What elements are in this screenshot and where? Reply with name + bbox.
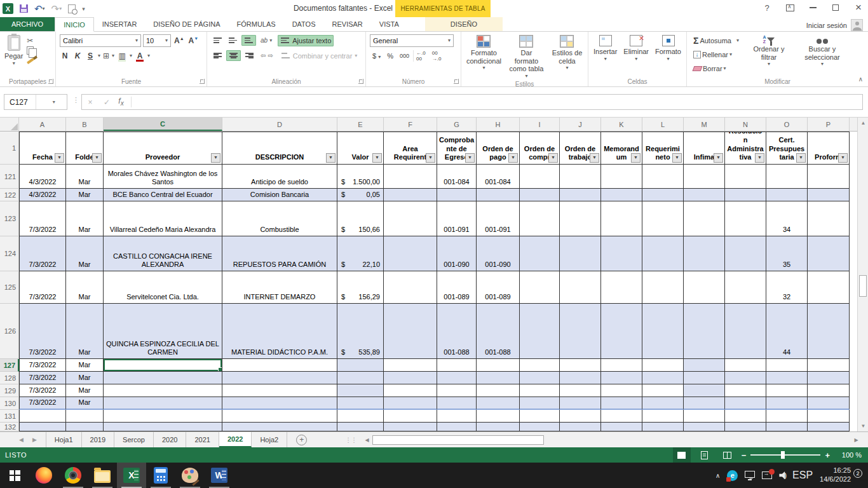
- row-header-122[interactable]: 122: [0, 189, 19, 201]
- cell-G132[interactable]: [437, 423, 477, 431]
- number-dialog-launcher-icon[interactable]: [454, 79, 459, 84]
- close-icon[interactable]: ×: [853, 2, 864, 13]
- table-header-J[interactable]: Orden de trabajo▼: [560, 132, 601, 165]
- zoom-slider-thumb[interactable]: [781, 451, 785, 459]
- cell-D132[interactable]: [222, 423, 337, 431]
- cell-B122[interactable]: Mar: [66, 189, 104, 201]
- cell-G128[interactable]: [437, 372, 477, 384]
- ribbon-tab-insertar[interactable]: INSERTAR: [94, 17, 146, 31]
- format-as-table-button[interactable]: Dar formato como tabla▾: [506, 34, 547, 80]
- zoom-percentage[interactable]: 100 %: [835, 451, 862, 459]
- filter-dropdown-icon[interactable]: ▼: [326, 153, 336, 163]
- zoom-out-icon[interactable]: −: [742, 451, 747, 460]
- cell-N132[interactable]: [725, 423, 766, 431]
- column-header-G[interactable]: G: [437, 118, 477, 131]
- filter-dropdown-icon[interactable]: ▼: [590, 153, 599, 163]
- font-size-combo[interactable]: 10▾: [143, 34, 171, 47]
- column-header-M[interactable]: M: [684, 118, 725, 131]
- cell-I131[interactable]: [520, 410, 560, 423]
- cell-J129[interactable]: [560, 384, 601, 397]
- column-header-D[interactable]: D: [222, 118, 337, 131]
- cell-P130[interactable]: [808, 397, 850, 410]
- cell-F131[interactable]: [384, 410, 437, 423]
- row-header-125[interactable]: 125: [0, 271, 19, 304]
- cell-G126[interactable]: 001-088: [437, 304, 477, 359]
- sheet-tab-2021[interactable]: 2021: [186, 432, 219, 447]
- cell-H125[interactable]: 001-089: [477, 271, 520, 304]
- cell-G121[interactable]: 001-084: [437, 165, 477, 189]
- orientation-icon[interactable]: ab: [261, 37, 268, 44]
- align-bottom-icon[interactable]: [241, 35, 256, 46]
- zoom-in-icon[interactable]: +: [825, 451, 830, 460]
- taskbar-file-explorer[interactable]: [88, 463, 117, 488]
- cell-J127[interactable]: [560, 359, 601, 372]
- table-header-L[interactable]: Requerimineto▼: [642, 132, 684, 165]
- filter-dropdown-icon[interactable]: ▼: [631, 153, 641, 163]
- cell-E131[interactable]: [337, 410, 384, 423]
- ribbon-tab-fórmulas[interactable]: FÓRMULAS: [229, 17, 284, 31]
- cell-J121[interactable]: [560, 165, 601, 189]
- table-header-P[interactable]: Proform▼: [808, 132, 850, 165]
- cell-J125[interactable]: [560, 271, 601, 304]
- cell-L132[interactable]: [642, 423, 684, 431]
- cell-K129[interactable]: [601, 384, 642, 397]
- cell-B125[interactable]: Mar: [66, 271, 104, 304]
- taskbar-firefox[interactable]: [29, 463, 58, 488]
- cell-C127[interactable]: [104, 359, 222, 372]
- cell-L122[interactable]: [642, 189, 684, 201]
- cell-D122[interactable]: Comision Bancaria: [222, 189, 337, 201]
- table-header-C[interactable]: Proveedor▼: [104, 132, 222, 165]
- increase-indent-icon[interactable]: ⇨: [268, 52, 273, 59]
- filter-dropdown-icon[interactable]: ▼: [92, 153, 102, 163]
- cell-O122[interactable]: [766, 189, 808, 201]
- sign-in[interactable]: Iniciar sesión: [806, 19, 863, 31]
- cell-L121[interactable]: [642, 165, 684, 189]
- format-painter-icon[interactable]: [27, 58, 34, 64]
- ribbon-tab-vista[interactable]: VISTA: [371, 17, 407, 31]
- cell-P122[interactable]: [808, 189, 850, 201]
- cell-N122[interactable]: [725, 189, 766, 201]
- taskbar-excel[interactable]: X: [117, 463, 146, 488]
- cell-K130[interactable]: [601, 397, 642, 410]
- antivirus-icon[interactable]: e: [727, 470, 738, 481]
- cell-O125[interactable]: 32: [766, 271, 808, 304]
- cell-E128[interactable]: [337, 372, 384, 384]
- filter-dropdown-icon[interactable]: ▼: [838, 153, 848, 163]
- name-box-dropdown-icon[interactable]: ▾: [36, 95, 67, 109]
- cell-B131[interactable]: [66, 410, 104, 423]
- cell-J131[interactable]: [560, 410, 601, 423]
- cell-C121[interactable]: Morales Chávez Washington de los Santos: [104, 165, 222, 189]
- cell-M130[interactable]: [684, 397, 725, 410]
- row-header-130[interactable]: 130: [0, 397, 19, 410]
- filter-dropdown-icon[interactable]: ▼: [548, 153, 558, 163]
- tab-scroll-splitter[interactable]: ⋮⋮: [345, 432, 356, 447]
- new-sheet-icon[interactable]: +: [296, 435, 307, 445]
- cell-B124[interactable]: Mar: [66, 236, 104, 271]
- table-header-B[interactable]: Folde▼: [66, 132, 104, 165]
- filter-dropdown-icon[interactable]: ▼: [372, 153, 382, 163]
- start-button[interactable]: [0, 463, 29, 488]
- cell-O126[interactable]: 44: [766, 304, 808, 359]
- column-header-K[interactable]: K: [601, 118, 642, 131]
- cell-B128[interactable]: Mar: [66, 372, 104, 384]
- scroll-down-icon[interactable]: ▼: [858, 421, 868, 431]
- cell-K123[interactable]: [601, 201, 642, 236]
- display-alert-icon[interactable]: [762, 471, 772, 479]
- cell-F129[interactable]: [384, 384, 437, 397]
- filter-dropdown-icon[interactable]: ▼: [796, 153, 806, 163]
- cell-F121[interactable]: [384, 165, 437, 189]
- cell-C123[interactable]: Villarreal Cedeño Maria Alexandra: [104, 201, 222, 236]
- cell-F126[interactable]: [384, 304, 437, 359]
- comma-format-icon[interactable]: 000: [397, 53, 412, 59]
- ribbon-tab-inicio[interactable]: INICIO: [55, 17, 94, 32]
- increase-decimal-icon[interactable]: ←.000: [413, 50, 428, 62]
- cell-N125[interactable]: [725, 271, 766, 304]
- cell-C128[interactable]: [104, 372, 222, 384]
- cell-P129[interactable]: [808, 384, 850, 397]
- cell-J130[interactable]: [560, 397, 601, 410]
- cell-C124[interactable]: CASTILLO CONGACHA IRENE ALEXANDRA: [104, 236, 222, 271]
- cell-J132[interactable]: [560, 423, 601, 431]
- cell-K125[interactable]: [601, 271, 642, 304]
- clock[interactable]: 16:25 14/6/2022: [820, 466, 851, 484]
- table-header-E[interactable]: Valor▼: [337, 132, 384, 165]
